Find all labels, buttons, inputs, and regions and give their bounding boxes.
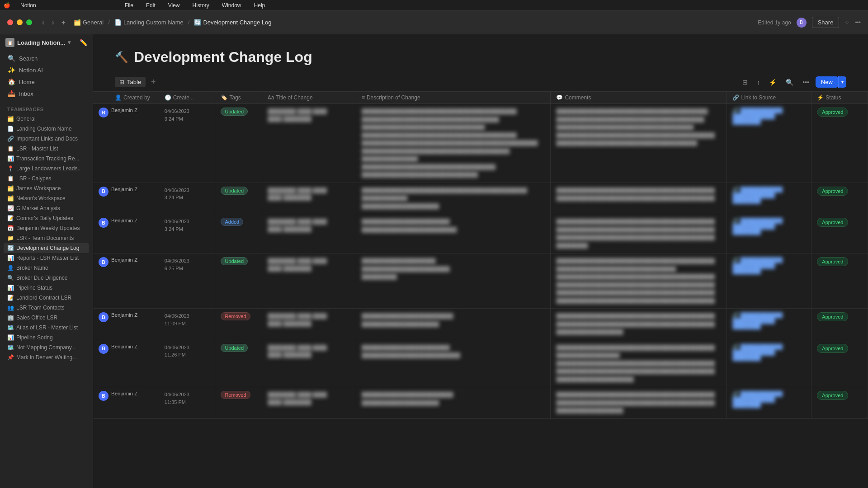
menu-history[interactable]: History [190, 1, 212, 9]
help-menu[interactable] [109, 5, 115, 6]
cell-tag-6[interactable]: Removed [215, 387, 262, 419]
sidebar-page-item-12[interactable]: 🔄Development Change Log [4, 243, 89, 253]
status-badge-6[interactable]: Approved [817, 391, 848, 400]
new-button[interactable]: New [816, 76, 838, 88]
cell-tag-3[interactable]: Updated [215, 253, 262, 309]
history-menu[interactable] [84, 5, 90, 6]
cell-tag-4[interactable]: Removed [215, 309, 262, 340]
sidebar-page-item-22[interactable]: 🗺️Not Mapping Company... [4, 343, 89, 352]
sidebar-page-item-16[interactable]: 📊Pipeline Status [4, 283, 89, 293]
lightning-button[interactable]: ⚡ [766, 77, 779, 88]
sidebar-page-item-11[interactable]: 📁LSR - Team Documents [4, 233, 89, 243]
add-view-button[interactable]: + [149, 77, 158, 87]
sidebar-page-item-18[interactable]: 👥LSR Team Contacts [4, 303, 89, 313]
table-row[interactable]: B Benjamin Z 04/06/202311:35 PMRemoved██… [93, 387, 868, 419]
sidebar-notion-ai[interactable]: ✨ Notion AI [4, 64, 89, 76]
tag-badge-6[interactable]: Removed [221, 391, 250, 399]
table-row[interactable]: B Benjamin Z 04/06/202311:26 PMUpdated██… [93, 340, 868, 387]
table-row[interactable]: B Benjamin Z 04/06/20233:24 PMUpdated███… [93, 183, 868, 214]
minimize-button[interactable] [17, 19, 23, 25]
breadcrumb-current[interactable]: 🔄 Development Change Log [192, 18, 273, 27]
status-badge-3[interactable]: Approved [817, 257, 848, 266]
status-badge-1[interactable]: Approved [817, 187, 848, 196]
sidebar-page-item-15[interactable]: 🔍Broker Due Diligence [4, 273, 89, 283]
status-badge-0[interactable]: Approved [817, 108, 848, 117]
sidebar-page-item-5[interactable]: 📋LSR - Calypes [4, 174, 89, 183]
th-tags[interactable]: 🏷️ Tags [215, 92, 262, 104]
sidebar-inbox[interactable]: 📥 Inbox [4, 88, 89, 99]
sidebar-page-item-23[interactable]: 📌Mark in Denver Waiting... [4, 352, 89, 362]
sidebar-page-item-2[interactable]: 📋LSR - Master List [4, 144, 89, 154]
sidebar-item-general[interactable]: 🗂️ General [4, 114, 89, 124]
table-row[interactable]: B Benjamin Z 04/06/20233:24 PMUpdated███… [93, 104, 868, 183]
search-table-button[interactable]: 🔍 [783, 77, 796, 88]
sidebar-page-item-17[interactable]: 📝Landlord Contract LSR [4, 293, 89, 303]
cell-tag-2[interactable]: Added [215, 214, 262, 253]
menu-view[interactable]: View [165, 1, 183, 9]
status-badge-5[interactable]: Approved [817, 344, 848, 353]
tag-badge-1[interactable]: Updated [221, 187, 248, 195]
status-badge-2[interactable]: Approved [817, 218, 848, 227]
breadcrumb-landing[interactable]: 📄 Landing Custom Name [113, 18, 185, 27]
add-page-button[interactable]: + [59, 17, 68, 28]
sidebar-page-item-19[interactable]: 🏢Sales Office LSR [4, 313, 89, 323]
sidebar-page-item-4[interactable]: 📍Large Landowners Leads... [4, 164, 89, 174]
menu-help[interactable]: Help [251, 1, 268, 9]
filter-button[interactable]: ⊟ [740, 77, 750, 88]
sidebar-page-item-14[interactable]: 👤Broker Name [4, 263, 89, 273]
table-row[interactable]: B Benjamin Z 04/06/20236:25 PMUpdated███… [93, 253, 868, 309]
sidebar-page-item-21[interactable]: 📊Pipeline Soring [4, 333, 89, 343]
table-row[interactable]: B Benjamin Z 04/06/202311:09 PMRemoved██… [93, 309, 868, 340]
menu-file[interactable]: File [122, 1, 136, 9]
cell-tag-5[interactable]: Updated [215, 340, 262, 387]
file-menu[interactable] [46, 5, 52, 6]
sidebar-workspace-header[interactable]: 📋 Loading Notion... ▾ ✏️ [0, 34, 93, 51]
maximize-button[interactable] [26, 19, 32, 25]
notion-menu[interactable]: Notion [18, 1, 39, 9]
star-icon[interactable]: ☆ [844, 19, 849, 26]
cell-tag-1[interactable]: Updated [215, 183, 262, 214]
tag-badge-0[interactable]: Updated [221, 108, 248, 116]
sidebar-page-item-0[interactable]: 📄Landing Custom Name [4, 124, 89, 134]
table-view-button[interactable]: ⊞ Table [115, 77, 146, 87]
th-comments[interactable]: 💬 Comments [551, 92, 727, 104]
tag-badge-4[interactable]: Removed [221, 312, 250, 320]
close-button[interactable] [7, 19, 13, 25]
sidebar-page-item-20[interactable]: 🗺️Atlas of LSR - Master List [4, 323, 89, 333]
sidebar-search[interactable]: 🔍 Search [4, 52, 89, 64]
sidebar-page-item-7[interactable]: 🗂️Nelson's Workspace [4, 193, 89, 203]
sidebar-page-item-1[interactable]: 🔗Important Links and Docs [4, 134, 89, 144]
th-created-by[interactable]: 👤 Created by [93, 92, 159, 104]
new-button-dropdown[interactable]: ▾ [838, 76, 846, 88]
sort-button[interactable]: ↕ [754, 77, 763, 88]
menu-edit[interactable]: Edit [143, 1, 158, 9]
th-description[interactable]: ≡ Description of Change [356, 92, 551, 104]
tag-badge-5[interactable]: Updated [221, 344, 248, 352]
cell-tag-0[interactable]: Updated [215, 104, 262, 183]
edit-menu[interactable] [59, 5, 64, 6]
status-badge-4[interactable]: Approved [817, 312, 848, 321]
sidebar-page-item-10[interactable]: 📅Benjamin Weekly Updates [4, 223, 89, 233]
th-created-at[interactable]: 🕐 Create... [159, 92, 215, 104]
view-menu[interactable] [71, 5, 77, 6]
more-options-icon[interactable]: ••• [855, 19, 861, 26]
th-link[interactable]: 🔗 Link to Source [727, 92, 811, 104]
apple-menu[interactable]: 🍎 [4, 2, 10, 9]
sidebar-page-item-8[interactable]: 📈G Market Analysis [4, 203, 89, 213]
sidebar-page-item-13[interactable]: 📊Reports - LSR Master List [4, 253, 89, 263]
more-table-button[interactable]: ••• [800, 77, 812, 88]
share-button[interactable]: Share [812, 17, 840, 28]
forward-button[interactable]: › [49, 17, 57, 28]
sidebar-page-item-6[interactable]: 🗂️James Workspace [4, 183, 89, 193]
back-button[interactable]: ‹ [39, 17, 47, 28]
tag-badge-3[interactable]: Updated [221, 257, 248, 265]
sidebar-home[interactable]: 🏠 Home [4, 76, 89, 88]
th-status[interactable]: ⚡ Status [811, 92, 868, 104]
sidebar-page-item-3[interactable]: 📊Transaction Tracking Re... [4, 154, 89, 164]
table-row[interactable]: B Benjamin Z 04/06/20233:24 PMAdded█████… [93, 214, 868, 253]
edit-icon[interactable]: ✏️ [80, 39, 87, 46]
sidebar-page-item-9[interactable]: 📝Connor's Daily Updates [4, 213, 89, 223]
menu-window[interactable]: Window [219, 1, 244, 9]
tag-badge-2[interactable]: Added [221, 218, 243, 226]
th-title[interactable]: Aa Title of Change [262, 92, 356, 104]
